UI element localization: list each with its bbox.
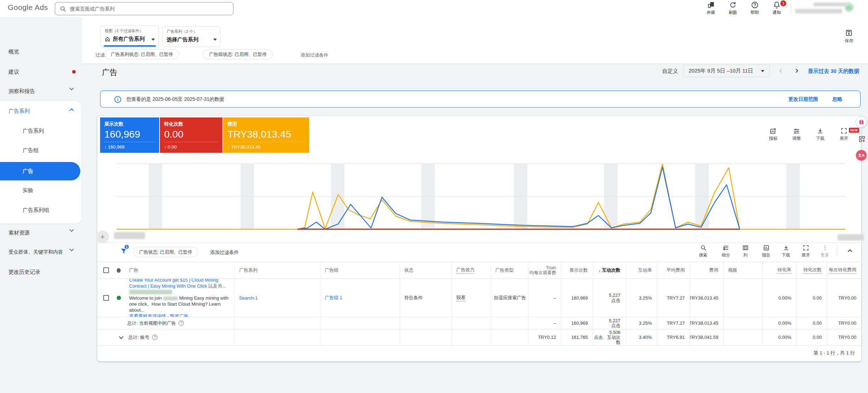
translate-icon: 文A	[858, 153, 865, 158]
header-impressions[interactable]: 展示次数	[561, 262, 593, 278]
report-button[interactable]: 报告	[762, 244, 770, 258]
download-icon	[783, 244, 789, 251]
expand-row-chevron[interactable]	[119, 335, 123, 339]
topbar-actions: 外观 刷新 帮助 ! 通知	[702, 1, 785, 16]
preview-ad-link[interactable]: 预览广告	[170, 313, 189, 317]
add-button[interactable]: +	[96, 231, 109, 243]
ad-status-chip[interactable]: 广告状态: 已启用、已暂停	[133, 247, 198, 257]
view-asset-details-link[interactable]: 查看素材资源详情	[129, 313, 166, 317]
save-button[interactable]: 保存	[845, 29, 853, 44]
sort-desc-icon: ↓	[598, 268, 601, 273]
sidebar-item-audiences[interactable]: 受众群体、关键字和内容	[8, 248, 63, 256]
sidebar-item-campaigns-section[interactable]: 广告系列	[8, 107, 30, 115]
sidebar-item-insights-reports[interactable]: 洞察和报告	[8, 87, 35, 96]
page-title: 广告	[102, 67, 117, 78]
header-ad-group[interactable]: 广告组	[320, 262, 400, 278]
sidebar-item-overview[interactable]: 概览	[8, 47, 19, 56]
adjust-button[interactable]: 调整	[792, 127, 801, 141]
sidebar-item-experiments[interactable]: 实验	[23, 186, 33, 195]
notifications-icon	[773, 1, 781, 9]
segment-button[interactable]: 细分	[722, 244, 730, 258]
header-video[interactable]: 视频	[723, 262, 762, 278]
table-filter-button[interactable]: 1	[120, 247, 128, 257]
change-date-range-link[interactable]: 更改日期范围	[788, 96, 818, 103]
recommendations-dot	[72, 70, 76, 74]
filter-count-badge: 1	[124, 244, 129, 250]
help-label: 帮助	[751, 10, 759, 16]
header-conversions[interactable]: 转化次数	[796, 262, 827, 278]
header-campaign[interactable]: 广告系列	[235, 262, 320, 278]
header-ad-type[interactable]: 广告类型	[491, 262, 528, 278]
table-add-filter-button[interactable]: 添加过滤条件	[210, 249, 239, 256]
sidebar-item-change-history[interactable]: 更改历史记录	[8, 268, 40, 276]
scorecard-cost[interactable]: 费用 TRY38,013.45 ↑ TRY38,013.45	[223, 117, 309, 153]
sidebar-item-ads-selected[interactable]: 广告	[23, 167, 33, 175]
refresh-icon	[729, 1, 737, 9]
chart-download-button[interactable]: 下载	[816, 127, 824, 141]
header-status[interactable]: 状态	[400, 262, 452, 278]
appearance-button[interactable]: 外观	[702, 1, 719, 16]
caret-down-icon	[213, 39, 217, 41]
header-strength[interactable]: 广告效力	[452, 262, 491, 278]
totals-view-row: 总计: 当前视图中的广告 ? – 160,969 5,227点击 3.25% T…	[97, 317, 861, 329]
notifications-button[interactable]: ! 通知	[768, 1, 785, 16]
sidebar-item-recommendations[interactable]: 建议	[8, 68, 19, 76]
header-cost[interactable]: 费用	[690, 262, 723, 278]
save-icon	[845, 29, 853, 37]
columns-button[interactable]: 列	[742, 244, 749, 258]
collapse-table-button[interactable]	[846, 247, 854, 255]
campaign-status-chip[interactable]: 广告系列状态: 已启用、已暂停	[105, 49, 179, 59]
help-button[interactable]: 帮助	[746, 1, 763, 16]
strength-value[interactable]: 较差	[456, 294, 465, 301]
header-cost-per-conv[interactable]: 每次转化费用	[827, 262, 861, 278]
row-checkbox[interactable]	[103, 295, 109, 301]
metrics-button[interactable]: 指标	[769, 127, 777, 141]
gift-button[interactable]	[856, 117, 867, 127]
sidebar-item-assets[interactable]: 素材资源	[8, 229, 30, 237]
extensions-grid-button[interactable]	[858, 135, 866, 144]
sidebar-item-campaigns[interactable]: 广告系列	[23, 127, 44, 135]
refresh-button[interactable]: 刷新	[724, 1, 741, 16]
add-filter-button[interactable]: 添加过滤条件	[301, 52, 328, 58]
adjust-icon	[793, 127, 800, 134]
ad-title-link[interactable]: Create Your Account get $15 | Cloud Mini…	[129, 279, 218, 289]
chevron-down-icon	[69, 247, 74, 252]
header-true-view[interactable]: True\ 平均每次观看费	[528, 262, 561, 278]
header-ad[interactable]: 广告	[129, 267, 138, 273]
search-input[interactable]	[70, 6, 229, 12]
show-last-30-days-link[interactable]: 显示过去 30 天的数据	[808, 68, 859, 75]
date-prev-button[interactable]	[777, 67, 785, 74]
campaign-link[interactable]: Search-1	[239, 295, 258, 301]
new-badge: NEW	[849, 128, 859, 133]
header-interaction-rate[interactable]: 互动率	[625, 262, 657, 278]
help-circle-icon[interactable]: ?	[179, 320, 184, 326]
campaign-dropdown[interactable]: 广告系列（2 个） 选择广告系列	[162, 26, 221, 47]
table-expand-button[interactable]: 展开	[802, 244, 810, 258]
translate-button[interactable]: 文A	[856, 150, 867, 161]
ad-group-link[interactable]: 广告组 1	[325, 295, 342, 301]
select-all-checkbox[interactable]	[103, 267, 109, 273]
header-avg-cost[interactable]: 平均费用	[657, 262, 690, 278]
help-circle-icon[interactable]: ?	[152, 335, 157, 340]
appearance-icon	[707, 1, 715, 9]
more-button[interactable]: 更多	[821, 244, 829, 258]
interactions-value: 5,227	[609, 293, 620, 298]
dismiss-link[interactable]: 忽略	[832, 96, 842, 103]
scorecard-conversions[interactable]: 转化次数 0.00 ↑ 0.00	[160, 117, 222, 153]
scorecard-impressions[interactable]: 展示次数 160,969 ↑ 160,969	[100, 117, 159, 153]
global-search[interactable]	[55, 2, 233, 15]
sidebar-item-ad-groups[interactable]: 广告组	[23, 146, 39, 155]
chart-expand-button[interactable]: 展开	[840, 127, 848, 141]
header-conv-rate[interactable]: 转化率	[762, 262, 796, 278]
date-next-button[interactable]	[793, 67, 800, 74]
sidebar: 概览 建议 洞察和报告 广告系列 广告系列 广告组 广告 实验 广告系列组 素材…	[0, 17, 82, 393]
view-dropdown[interactable]: 视图（2 个过滤条件） 所有广告系列	[100, 25, 159, 48]
header-interactions[interactable]: ↓ 互动次数	[593, 262, 625, 278]
table-search-button[interactable]: 搜索	[699, 244, 707, 258]
performance-line-chart[interactable]	[117, 156, 845, 233]
table-download-button[interactable]: 下载	[782, 244, 790, 258]
date-range-picker[interactable]: 2025年 9月 5日 –10月 11日	[683, 65, 770, 77]
sidebar-item-campaign-groups[interactable]: 广告系列组	[23, 206, 49, 214]
adgroup-status-chip[interactable]: 广告组状态: 已启用、已暂停	[203, 49, 273, 59]
avatar[interactable]	[844, 2, 854, 12]
